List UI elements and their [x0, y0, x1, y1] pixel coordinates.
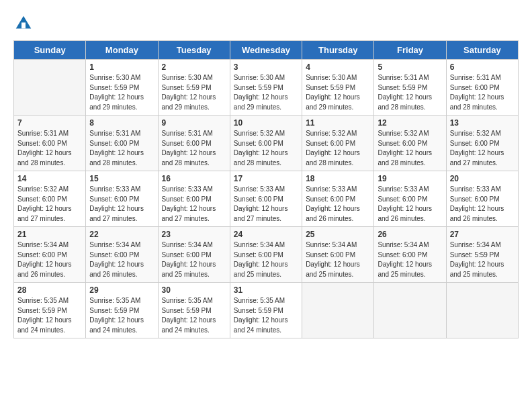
day-info: Sunrise: 5:32 AM Sunset: 6:00 PM Dayligh… [450, 129, 515, 168]
day-info: Sunrise: 5:33 AM Sunset: 6:00 PM Dayligh… [234, 185, 298, 224]
calendar-cell: 11Sunrise: 5:32 AM Sunset: 6:00 PM Dayli… [302, 116, 374, 171]
day-number: 30 [162, 285, 226, 295]
day-number: 27 [450, 230, 515, 239]
day-info: Sunrise: 5:31 AM Sunset: 5:59 PM Dayligh… [378, 73, 442, 112]
day-number: 1 [89, 62, 154, 72]
calendar-cell: 5Sunrise: 5:31 AM Sunset: 5:59 PM Daylig… [374, 60, 446, 116]
day-info: Sunrise: 5:33 AM Sunset: 6:00 PM Dayligh… [450, 185, 515, 224]
calendar-cell: 23Sunrise: 5:34 AM Sunset: 6:00 PM Dayli… [158, 227, 230, 283]
week-row-4: 21Sunrise: 5:34 AM Sunset: 6:00 PM Dayli… [14, 227, 519, 283]
day-number: 11 [306, 118, 370, 128]
day-info: Sunrise: 5:32 AM Sunset: 6:00 PM Dayligh… [378, 129, 442, 168]
day-number: 10 [234, 118, 298, 128]
calendar-cell: 8Sunrise: 5:31 AM Sunset: 6:00 PM Daylig… [86, 116, 158, 171]
day-number: 19 [378, 174, 442, 183]
page-header [13, 13, 519, 34]
calendar-cell: 15Sunrise: 5:33 AM Sunset: 6:00 PM Dayli… [86, 171, 158, 227]
calendar-cell [446, 283, 518, 338]
day-number: 15 [89, 174, 154, 183]
day-number: 20 [450, 174, 515, 183]
calendar-cell: 27Sunrise: 5:34 AM Sunset: 5:59 PM Dayli… [446, 227, 518, 283]
day-number: 23 [162, 230, 226, 239]
calendar-cell: 9Sunrise: 5:31 AM Sunset: 6:00 PM Daylig… [158, 116, 230, 171]
calendar-cell: 14Sunrise: 5:32 AM Sunset: 6:00 PM Dayli… [14, 171, 86, 227]
day-number: 14 [17, 174, 82, 183]
calendar-cell: 10Sunrise: 5:32 AM Sunset: 6:00 PM Dayli… [230, 116, 302, 171]
day-info: Sunrise: 5:31 AM Sunset: 6:00 PM Dayligh… [450, 73, 515, 112]
calendar-cell: 29Sunrise: 5:35 AM Sunset: 5:59 PM Dayli… [86, 283, 158, 338]
day-info: Sunrise: 5:34 AM Sunset: 6:00 PM Dayligh… [17, 240, 82, 279]
day-number: 6 [450, 62, 515, 72]
day-number: 16 [162, 174, 226, 183]
calendar-cell: 4Sunrise: 5:30 AM Sunset: 5:59 PM Daylig… [302, 60, 374, 116]
calendar-cell: 1Sunrise: 5:30 AM Sunset: 5:59 PM Daylig… [86, 60, 158, 116]
day-info: Sunrise: 5:33 AM Sunset: 6:00 PM Dayligh… [306, 185, 370, 224]
header-thursday: Thursday [302, 41, 374, 60]
day-info: Sunrise: 5:33 AM Sunset: 6:00 PM Dayligh… [378, 185, 442, 224]
day-number: 5 [378, 62, 442, 72]
calendar-cell: 20Sunrise: 5:33 AM Sunset: 6:00 PM Dayli… [446, 171, 518, 227]
week-row-5: 28Sunrise: 5:35 AM Sunset: 5:59 PM Dayli… [14, 283, 519, 338]
calendar-cell: 3Sunrise: 5:30 AM Sunset: 5:59 PM Daylig… [230, 60, 302, 116]
header-saturday: Saturday [446, 41, 518, 60]
header-wednesday: Wednesday [230, 41, 302, 60]
day-info: Sunrise: 5:35 AM Sunset: 5:59 PM Dayligh… [162, 296, 226, 335]
day-info: Sunrise: 5:35 AM Sunset: 5:59 PM Dayligh… [89, 296, 154, 335]
day-number: 12 [378, 118, 442, 128]
day-info: Sunrise: 5:31 AM Sunset: 6:00 PM Dayligh… [162, 129, 226, 168]
day-info: Sunrise: 5:32 AM Sunset: 6:00 PM Dayligh… [306, 129, 370, 168]
day-info: Sunrise: 5:30 AM Sunset: 5:59 PM Dayligh… [306, 73, 370, 112]
day-number: 21 [17, 230, 82, 239]
calendar-cell: 25Sunrise: 5:34 AM Sunset: 6:00 PM Dayli… [302, 227, 374, 283]
week-row-2: 7Sunrise: 5:31 AM Sunset: 6:00 PM Daylig… [14, 116, 519, 171]
day-info: Sunrise: 5:30 AM Sunset: 5:59 PM Dayligh… [234, 73, 298, 112]
calendar-cell: 24Sunrise: 5:34 AM Sunset: 6:00 PM Dayli… [230, 227, 302, 283]
calendar-cell: 2Sunrise: 5:30 AM Sunset: 5:59 PM Daylig… [158, 60, 230, 116]
day-number: 7 [17, 118, 82, 128]
calendar-cell: 21Sunrise: 5:34 AM Sunset: 6:00 PM Dayli… [14, 227, 86, 283]
calendar-cell: 7Sunrise: 5:31 AM Sunset: 6:00 PM Daylig… [14, 116, 86, 171]
day-number: 2 [162, 62, 226, 72]
day-info: Sunrise: 5:34 AM Sunset: 6:00 PM Dayligh… [306, 240, 370, 279]
header-sunday: Sunday [14, 41, 86, 60]
calendar-cell: 28Sunrise: 5:35 AM Sunset: 5:59 PM Dayli… [14, 283, 86, 338]
day-info: Sunrise: 5:31 AM Sunset: 6:00 PM Dayligh… [17, 129, 82, 168]
day-number: 29 [89, 285, 154, 295]
calendar-cell: 16Sunrise: 5:33 AM Sunset: 6:00 PM Dayli… [158, 171, 230, 227]
header-monday: Monday [86, 41, 158, 60]
day-info: Sunrise: 5:33 AM Sunset: 6:00 PM Dayligh… [162, 185, 226, 224]
day-info: Sunrise: 5:34 AM Sunset: 5:59 PM Dayligh… [450, 240, 515, 279]
calendar-cell [302, 283, 374, 338]
day-info: Sunrise: 5:32 AM Sunset: 6:00 PM Dayligh… [234, 129, 298, 168]
day-info: Sunrise: 5:34 AM Sunset: 6:00 PM Dayligh… [378, 240, 442, 279]
day-info: Sunrise: 5:35 AM Sunset: 5:59 PM Dayligh… [234, 296, 298, 335]
day-number: 24 [234, 230, 298, 239]
day-number: 13 [450, 118, 515, 128]
logo-icon [13, 13, 34, 34]
logo [13, 13, 36, 34]
day-info: Sunrise: 5:34 AM Sunset: 6:00 PM Dayligh… [89, 240, 154, 279]
header-row: SundayMondayTuesdayWednesdayThursdayFrid… [14, 41, 519, 60]
calendar-cell: 31Sunrise: 5:35 AM Sunset: 5:59 PM Dayli… [230, 283, 302, 338]
day-info: Sunrise: 5:30 AM Sunset: 5:59 PM Dayligh… [162, 73, 226, 112]
calendar-cell: 18Sunrise: 5:33 AM Sunset: 6:00 PM Dayli… [302, 171, 374, 227]
day-info: Sunrise: 5:30 AM Sunset: 5:59 PM Dayligh… [89, 73, 154, 112]
calendar-cell: 19Sunrise: 5:33 AM Sunset: 6:00 PM Dayli… [374, 171, 446, 227]
day-info: Sunrise: 5:35 AM Sunset: 5:59 PM Dayligh… [17, 296, 82, 335]
week-row-3: 14Sunrise: 5:32 AM Sunset: 6:00 PM Dayli… [14, 171, 519, 227]
calendar-cell: 22Sunrise: 5:34 AM Sunset: 6:00 PM Dayli… [86, 227, 158, 283]
calendar-cell: 6Sunrise: 5:31 AM Sunset: 6:00 PM Daylig… [446, 60, 518, 116]
day-number: 31 [234, 285, 298, 295]
day-info: Sunrise: 5:34 AM Sunset: 6:00 PM Dayligh… [162, 240, 226, 279]
day-number: 18 [306, 174, 370, 183]
day-number: 22 [89, 230, 154, 239]
calendar-cell [374, 283, 446, 338]
day-number: 3 [234, 62, 298, 72]
calendar-cell: 17Sunrise: 5:33 AM Sunset: 6:00 PM Dayli… [230, 171, 302, 227]
day-number: 28 [17, 285, 82, 295]
day-info: Sunrise: 5:32 AM Sunset: 6:00 PM Dayligh… [17, 185, 82, 224]
week-row-1: 1Sunrise: 5:30 AM Sunset: 5:59 PM Daylig… [14, 60, 519, 116]
header-tuesday: Tuesday [158, 41, 230, 60]
calendar-cell: 26Sunrise: 5:34 AM Sunset: 6:00 PM Dayli… [374, 227, 446, 283]
day-info: Sunrise: 5:33 AM Sunset: 6:00 PM Dayligh… [89, 185, 154, 224]
